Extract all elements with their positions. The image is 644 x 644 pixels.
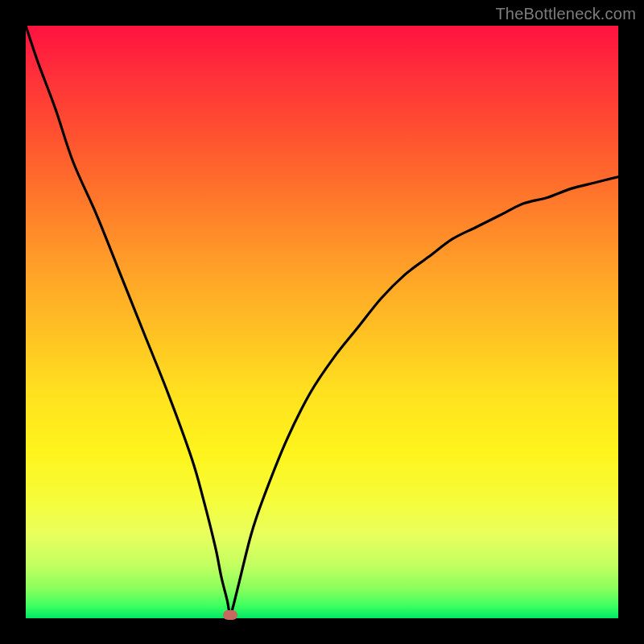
plot-area [26,26,618,618]
bottleneck-curve [26,26,618,618]
chart-frame: TheBottleneck.com [0,0,644,644]
min-marker [223,610,237,620]
watermark-text: TheBottleneck.com [495,5,636,23]
